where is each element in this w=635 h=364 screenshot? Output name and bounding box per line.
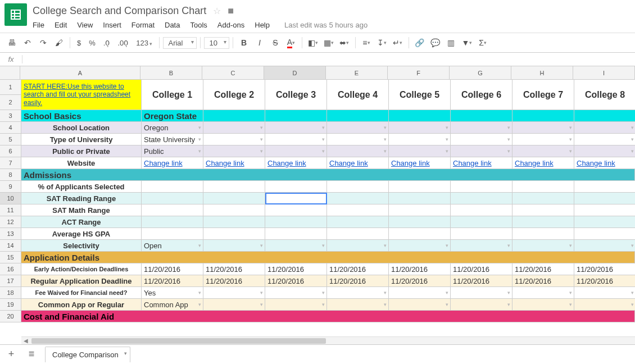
cell-C13[interactable] xyxy=(203,228,265,240)
cell-D11[interactable] xyxy=(265,204,327,216)
link-icon[interactable]: 🔗 xyxy=(412,35,427,50)
cell-F13[interactable] xyxy=(389,228,451,240)
cell-I16[interactable]: 11/20/2016 xyxy=(574,263,635,275)
col-header-B[interactable]: B xyxy=(140,66,202,79)
cell-B6[interactable]: Public xyxy=(142,145,203,157)
cell-G17[interactable]: 11/20/2016 xyxy=(451,275,512,287)
fill-color-icon[interactable]: ◧ xyxy=(306,35,320,50)
cell-C10[interactable] xyxy=(203,193,265,204)
cell-F1[interactable]: College 5 xyxy=(389,80,451,110)
paint-format-icon[interactable]: 🖌 xyxy=(52,35,66,50)
cell-A1[interactable]: START HERE:Use this website to search an… xyxy=(21,80,142,110)
col-header-C[interactable]: C xyxy=(202,66,264,79)
cell-F19[interactable] xyxy=(389,299,451,311)
cell-A12[interactable]: ACT Range xyxy=(21,216,142,228)
menu-file[interactable]: File xyxy=(33,21,44,29)
col-header-H[interactable]: H xyxy=(511,66,573,79)
cell-G5[interactable] xyxy=(451,134,512,145)
cell-B12[interactable] xyxy=(142,216,203,228)
col-header-E[interactable]: E xyxy=(326,66,388,79)
cell-F12[interactable] xyxy=(389,216,451,228)
cell-D1[interactable]: College 3 xyxy=(265,80,327,110)
cell-D16[interactable]: 11/20/2016 xyxy=(265,263,327,275)
cell-E19[interactable] xyxy=(327,299,389,311)
chart-icon[interactable]: ▥ xyxy=(444,35,459,50)
row-header-17[interactable]: 17 xyxy=(0,275,21,287)
cell-E12[interactable] xyxy=(327,216,389,228)
cell-H12[interactable] xyxy=(512,216,574,228)
cell-H17[interactable]: 11/20/2016 xyxy=(512,275,574,287)
cell-C5[interactable] xyxy=(203,134,265,145)
cell-B19[interactable]: Common App xyxy=(142,299,203,311)
halign-icon[interactable]: ≡ xyxy=(359,35,374,50)
cell-D6[interactable] xyxy=(265,145,327,157)
cell-F6[interactable] xyxy=(389,145,451,157)
cell-F18[interactable] xyxy=(389,287,451,299)
menu-addons[interactable]: Add-ons xyxy=(217,21,244,29)
bold-icon[interactable]: B xyxy=(237,35,251,50)
cell-G7[interactable]: Change link xyxy=(451,157,512,169)
format-currency[interactable]: $ xyxy=(74,39,84,47)
cell-H13[interactable] xyxy=(512,228,574,240)
cell-G13[interactable] xyxy=(451,228,512,240)
row-header-3[interactable]: 3 xyxy=(0,110,21,122)
increase-decimal[interactable]: .00̣ xyxy=(114,39,131,47)
cell-I10[interactable] xyxy=(574,193,635,204)
cell-E10[interactable] xyxy=(327,193,389,204)
merge-icon[interactable]: ⬌ xyxy=(337,35,352,50)
comment-icon[interactable]: 💬 xyxy=(428,35,443,50)
cell-G4[interactable] xyxy=(451,122,512,134)
cell-H11[interactable] xyxy=(512,204,574,216)
cell-I7[interactable]: Change link xyxy=(574,157,635,169)
cell-H19[interactable] xyxy=(512,299,574,311)
cell-G3[interactable] xyxy=(451,110,512,122)
row-header-19[interactable]: 19 xyxy=(0,299,21,311)
cell-D9[interactable] xyxy=(265,181,327,193)
cell-H16[interactable]: 11/20/2016 xyxy=(512,263,574,275)
cell-H3[interactable] xyxy=(512,110,574,122)
cell-F14[interactable] xyxy=(389,240,451,252)
cell-B11[interactable] xyxy=(142,204,203,216)
horizontal-scrollbar[interactable]: ◀ xyxy=(21,336,635,344)
cell-A4[interactable]: School Location xyxy=(21,122,142,134)
sheet-tab[interactable]: College Comparison xyxy=(45,347,130,362)
cell-E13[interactable] xyxy=(327,228,389,240)
cell-A10[interactable]: SAT Reading Range xyxy=(21,193,142,204)
cell-D5[interactable] xyxy=(265,134,327,145)
cell-B5[interactable]: State University xyxy=(142,134,203,145)
cell-E11[interactable] xyxy=(327,204,389,216)
row-header-11[interactable]: 11 xyxy=(0,204,21,216)
cell-D19[interactable] xyxy=(265,299,327,311)
cell-G1[interactable]: College 6 xyxy=(451,80,512,110)
menu-format[interactable]: Format xyxy=(131,21,155,29)
cell-G14[interactable] xyxy=(451,240,512,252)
scroll-thumb[interactable] xyxy=(31,338,326,344)
italic-icon[interactable]: I xyxy=(252,35,267,50)
cell-H5[interactable] xyxy=(512,134,574,145)
cell-G19[interactable] xyxy=(451,299,512,311)
row-header-10[interactable]: 10 xyxy=(0,193,21,204)
cell-G9[interactable] xyxy=(451,181,512,193)
add-sheet-icon[interactable]: + xyxy=(4,348,18,361)
cell-B18[interactable]: Yes xyxy=(142,287,203,299)
undo-icon[interactable]: ↶ xyxy=(20,35,35,50)
col-header-G[interactable]: G xyxy=(450,66,511,79)
cell-C19[interactable] xyxy=(203,299,265,311)
valign-icon[interactable]: ↧ xyxy=(375,35,389,50)
row-header-1[interactable]: 1 xyxy=(0,80,21,95)
cell-I13[interactable] xyxy=(574,228,635,240)
strikethrough-icon[interactable]: S xyxy=(268,35,283,50)
text-color-icon[interactable]: A xyxy=(284,35,298,50)
cell-C3[interactable] xyxy=(203,110,265,122)
row-header-5[interactable]: 5 xyxy=(0,134,21,145)
menu-data[interactable]: Data xyxy=(165,21,180,29)
menu-insert[interactable]: Insert xyxy=(103,21,121,29)
cell-C16[interactable]: 11/20/2016 xyxy=(203,263,265,275)
cell-B9[interactable] xyxy=(142,181,203,193)
font-select[interactable]: Arial xyxy=(163,37,197,49)
cell-I14[interactable] xyxy=(574,240,635,252)
cell-F4[interactable] xyxy=(389,122,451,134)
row-header-6[interactable]: 6 xyxy=(0,145,21,157)
row-header-14[interactable]: 14 xyxy=(0,240,21,252)
cell-I18[interactable] xyxy=(574,287,635,299)
